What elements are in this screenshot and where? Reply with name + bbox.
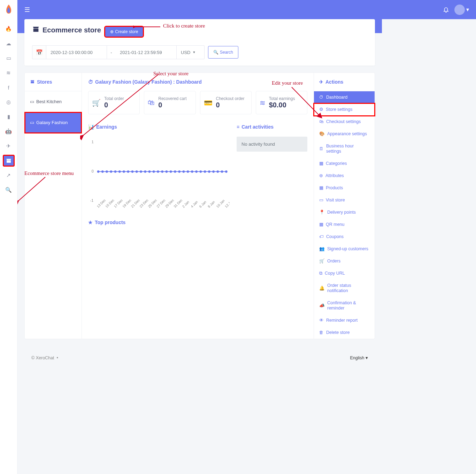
nav-fire-icon[interactable]: 🔥 bbox=[3, 23, 15, 35]
svg-point-35 bbox=[216, 170, 219, 173]
nav-money-icon[interactable]: ▭ bbox=[3, 52, 15, 64]
svg-point-14 bbox=[127, 170, 129, 173]
svg-point-29 bbox=[191, 170, 193, 173]
action-icon: ▦ bbox=[319, 222, 323, 227]
store-item-galaxy-fashion[interactable]: ▭ Galaxy Fashion bbox=[25, 112, 82, 133]
date-from-input[interactable] bbox=[46, 45, 107, 59]
nav-send-icon[interactable]: ✈ bbox=[3, 140, 15, 152]
svg-text:31 Dec: 31 Dec bbox=[173, 198, 183, 209]
action-products[interactable]: ▦Products bbox=[314, 182, 375, 194]
svg-point-26 bbox=[178, 170, 181, 173]
store-icon: ▭ bbox=[30, 99, 34, 104]
date-to-input[interactable] bbox=[116, 45, 177, 59]
svg-point-18 bbox=[144, 170, 146, 173]
svg-point-8 bbox=[101, 170, 104, 173]
calendar-icon: 📅 bbox=[32, 45, 46, 59]
action-signed-up-customers[interactable]: 👥Signed-up customers bbox=[314, 243, 375, 255]
action-dashboard[interactable]: ⏱Dashboard bbox=[314, 91, 375, 104]
nav-coins-icon[interactable]: ≋ bbox=[3, 67, 15, 79]
svg-point-28 bbox=[187, 170, 189, 173]
action-icon: 📣 bbox=[319, 303, 325, 308]
dashboard-column: ⏱ Galaxy Fashion (Galaxy Fashion) : Dash… bbox=[82, 72, 314, 339]
action-icon: ⧉ bbox=[319, 271, 322, 276]
action-delete-store[interactable]: 🗑Delete store bbox=[314, 327, 375, 339]
language-select[interactable]: English ▾ bbox=[350, 355, 368, 360]
earnings-chart: 1 0 -1 13 Dec15 Dec17 Dec19 Dec21 Dec23 … bbox=[88, 136, 230, 213]
svg-point-36 bbox=[221, 170, 223, 173]
send-icon: ✈ bbox=[319, 79, 323, 85]
svg-point-19 bbox=[148, 170, 151, 173]
top-products-header: ★ Top products bbox=[88, 220, 230, 225]
svg-point-34 bbox=[212, 170, 215, 173]
action-icon: 🗓 bbox=[319, 146, 324, 152]
action-business-hour-settings[interactable]: 🗓Business hour settings bbox=[314, 140, 375, 158]
action-store-settings[interactable]: ⚙Store settings bbox=[314, 104, 375, 116]
action-order-status-notification[interactable]: 🔔Order status notification bbox=[314, 280, 375, 297]
svg-point-31 bbox=[199, 170, 202, 173]
action-delivery-points[interactable]: 📍Delivery points bbox=[314, 206, 375, 219]
svg-point-21 bbox=[157, 170, 159, 173]
bag-icon: 🛍 bbox=[148, 99, 155, 107]
action-icon: 🗑 bbox=[319, 330, 324, 335]
action-coupons[interactable]: 🏷Coupons bbox=[314, 231, 375, 243]
svg-text:23 Dec: 23 Dec bbox=[139, 198, 149, 209]
cart-activities-header: ≡ Cart activities bbox=[237, 124, 307, 130]
action-confirmation-reminder[interactable]: 📣Confirmation & reminder bbox=[314, 297, 375, 314]
svg-point-16 bbox=[136, 170, 138, 173]
page-title: Ecommerce store bbox=[43, 26, 101, 34]
svg-point-13 bbox=[123, 170, 125, 173]
action-orders[interactable]: 🛒Orders bbox=[314, 255, 375, 267]
svg-point-9 bbox=[106, 170, 108, 173]
footer: © XeroChat • English ▾ bbox=[24, 350, 375, 366]
action-icon: ▦ bbox=[319, 185, 323, 191]
topbar: ☰ ▾ bbox=[17, 0, 382, 19]
nav-search-icon[interactable]: 🔍 bbox=[3, 184, 15, 196]
nav-contacts-icon[interactable]: ▮ bbox=[3, 111, 15, 123]
action-icon: 🏷 bbox=[319, 234, 324, 239]
action-icon: 🛍 bbox=[319, 119, 324, 124]
svg-point-7 bbox=[97, 170, 100, 173]
chart-icon: 📊 bbox=[88, 124, 94, 130]
plus-icon: ⊕ bbox=[110, 29, 114, 34]
stat-total-earnings: ≋ Total earnings$0.00 bbox=[256, 91, 307, 114]
nav-facebook-icon[interactable]: f bbox=[3, 82, 15, 93]
action-reminder-report[interactable]: 👁Reminder report bbox=[314, 314, 375, 327]
annotation-create: Click to create store bbox=[163, 23, 205, 29]
card-icon: 💳 bbox=[204, 99, 213, 107]
action-icon: ⏱ bbox=[319, 95, 324, 100]
nav-share-icon[interactable]: ↗ bbox=[3, 169, 15, 181]
star-icon: ★ bbox=[88, 220, 93, 225]
svg-point-20 bbox=[153, 170, 155, 173]
search-button[interactable]: 🔍 Search bbox=[208, 46, 238, 59]
action-icon: ⊛ bbox=[319, 173, 323, 178]
action-categories[interactable]: ▦Categories bbox=[314, 158, 375, 170]
action-checkout-settings[interactable]: 🛍Checkout settings bbox=[314, 116, 375, 128]
annotation-edit: Edit your store bbox=[272, 80, 303, 86]
store-item-best-kitchen[interactable]: ▭ Best Kitchen bbox=[25, 91, 82, 112]
page-header: Ecommerce store ⊕ Create store Click to … bbox=[24, 19, 375, 66]
svg-point-10 bbox=[110, 170, 112, 173]
svg-text:0: 0 bbox=[92, 169, 94, 174]
nav-bot-icon[interactable]: 🤖 bbox=[3, 125, 15, 137]
hamburger-icon[interactable]: ☰ bbox=[24, 6, 30, 14]
svg-text:10 Jan: 10 Jan bbox=[215, 199, 225, 208]
action-qr-menu[interactable]: ▦QR menu bbox=[314, 219, 375, 231]
action-visit-store[interactable]: ▭Visit store bbox=[314, 194, 375, 206]
create-store-button[interactable]: ⊕ Create store bbox=[105, 27, 143, 37]
nav-cloud-icon[interactable]: ☁ bbox=[3, 38, 15, 49]
nav-instagram-icon[interactable]: ◎ bbox=[3, 96, 15, 108]
action-copy-url[interactable]: ⧉Copy URL bbox=[314, 267, 375, 280]
action-attributes[interactable]: ⊛Attributes bbox=[314, 170, 375, 182]
svg-point-23 bbox=[166, 170, 168, 173]
action-icon: 👁 bbox=[319, 318, 324, 323]
stores-column: Stores ▭ Best Kitchen ▭ Galaxy Fashion bbox=[24, 72, 82, 339]
action-icon: 🔔 bbox=[319, 286, 325, 291]
actions-column: ✈ Actions ⏱Dashboard⚙Store settings🛍Chec… bbox=[314, 72, 375, 339]
no-activity-message: No activity found bbox=[237, 137, 307, 152]
svg-text:12 Jan: 12 Jan bbox=[224, 199, 230, 208]
svg-text:4 Jan: 4 Jan bbox=[190, 200, 198, 208]
svg-point-22 bbox=[161, 170, 163, 173]
nav-store-icon[interactable] bbox=[3, 155, 15, 167]
action-appearance-settings[interactable]: 🎨Appearance settings bbox=[314, 128, 375, 140]
currency-select[interactable]: USD ▼ bbox=[177, 45, 205, 59]
